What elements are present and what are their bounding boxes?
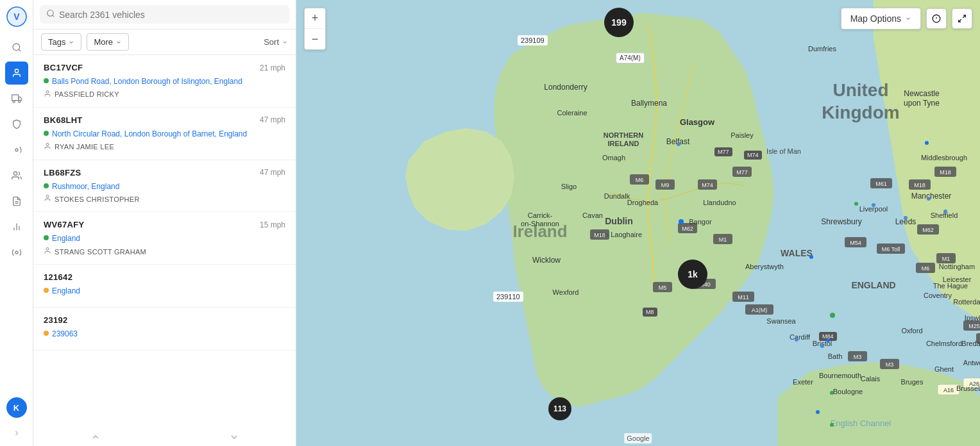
svg-text:M62: M62 — [922, 227, 934, 233]
svg-point-21 — [46, 195, 49, 198]
search-input-wrap[interactable] — [40, 5, 289, 24]
svg-text:M18: M18 — [914, 182, 925, 188]
vehicle-item[interactable]: BK68LHT 47 mph North Circular Road, Lond… — [33, 108, 296, 160]
vehicle-reg: 121642 — [44, 272, 72, 282]
svg-text:Bruges: Bruges — [901, 378, 924, 386]
vehicle-speed: 47 mph — [260, 168, 285, 177]
svg-text:Middlesbrough: Middlesbrough — [921, 154, 967, 161]
svg-text:A16: A16 — [943, 387, 954, 393]
svg-text:M61: M61 — [875, 181, 887, 187]
vehicle-header: BK68LHT 47 mph — [44, 115, 285, 125]
map-cluster-1k[interactable]: 1k — [678, 260, 707, 289]
map-label-m74: M74 — [744, 151, 762, 160]
zoom-out-button[interactable]: − — [305, 29, 325, 49]
svg-text:Boulogne: Boulogne — [833, 388, 863, 395]
svg-text:Newcastle: Newcastle — [904, 89, 940, 98]
zoom-in-button[interactable]: + — [305, 8, 325, 29]
more-filter-button[interactable]: More — [87, 33, 129, 51]
map-cluster-199[interactable]: 199 — [604, 8, 634, 37]
driver-name: STRANG SCOTT GRAHAM — [55, 248, 146, 256]
sidebar-shield-button[interactable] — [5, 113, 28, 136]
svg-point-10 — [13, 172, 17, 175]
map-cluster-113[interactable]: 113 — [548, 397, 571, 420]
sidebar-reports-button[interactable] — [5, 190, 28, 213]
sidebar-settings-button[interactable] — [5, 241, 28, 264]
svg-line-143 — [963, 15, 965, 18]
svg-text:Ireland: Ireland — [512, 222, 567, 241]
svg-point-19 — [46, 90, 49, 93]
vehicle-item[interactable]: 121642 England — [33, 265, 296, 308]
vehicle-dot[interactable] — [830, 313, 835, 318]
map-options-label: Map Options — [850, 13, 901, 24]
svg-text:Drogheda: Drogheda — [627, 199, 659, 206]
svg-line-18 — [53, 15, 55, 17]
vehicle-dot[interactable] — [816, 410, 820, 414]
svg-text:M25: M25 — [968, 323, 980, 329]
map-options-button[interactable]: Map Options — [841, 8, 921, 29]
vehicle-dot[interactable] — [925, 141, 929, 145]
zoom-controls: + − — [304, 8, 326, 50]
map-fullscreen-button[interactable] — [952, 8, 972, 29]
sidebar-search-button[interactable] — [5, 36, 28, 59]
location-text: 239063 — [52, 329, 78, 340]
driver-name: PASSFIELD RICKY — [55, 90, 119, 98]
location-dot — [44, 331, 49, 336]
vehicle-item[interactable]: WV67AFY 15 mph England STRANG SCOTT GRAH… — [33, 212, 296, 265]
more-chevron-icon — [115, 39, 122, 45]
vehicle-location: North Circular Road, London Borough of B… — [44, 129, 285, 140]
vehicle-dot[interactable] — [854, 202, 858, 206]
svg-text:V: V — [13, 12, 20, 22]
vehicle-location: Balls Pond Road, London Borough of Islin… — [44, 76, 285, 87]
vehicle-dot[interactable] — [826, 338, 830, 342]
location-text: North Circular Road, London Borough of B… — [52, 129, 247, 140]
location-text: Balls Pond Road, London Borough of Islin… — [52, 76, 242, 87]
vehicle-location: England — [44, 286, 285, 297]
svg-text:Wexford: Wexford — [553, 288, 579, 296]
app-logo[interactable]: V — [5, 5, 28, 28]
svg-line-144 — [959, 19, 961, 22]
vehicle-dot[interactable] — [830, 391, 834, 395]
map-background[interactable]: M6 M62 M1 M5 M40 M11 A1(M) Glasgow Paisl… — [296, 0, 980, 446]
map-svg: M6 M62 M1 M5 M40 M11 A1(M) Glasgow Paisl… — [296, 0, 980, 446]
sort-button[interactable]: Sort — [264, 37, 288, 47]
tags-chevron-icon — [68, 39, 74, 45]
driver-icon — [44, 247, 51, 256]
vehicle-reg: BK68LHT — [44, 115, 83, 125]
svg-text:Glasgow: Glasgow — [680, 117, 715, 127]
sidebar-group-button[interactable] — [5, 164, 28, 187]
driver-icon — [44, 194, 51, 204]
svg-text:M18: M18 — [940, 169, 951, 176]
svg-line-3 — [19, 49, 21, 51]
sidebar-people-button[interactable] — [5, 62, 28, 85]
vehicle-dot[interactable] — [809, 255, 813, 259]
vehicle-item[interactable]: LB68FZS 47 mph Rushmoor, England STOKES … — [33, 160, 296, 213]
svg-text:M6 Toll: M6 Toll — [882, 246, 900, 252]
vehicle-item[interactable]: BC17VCF 21 mph Balls Pond Road, London B… — [33, 55, 296, 108]
sidebar-tools-button[interactable] — [5, 138, 28, 161]
svg-point-22 — [46, 248, 49, 251]
map-label-m8: M8 — [643, 308, 657, 317]
svg-text:Llandudno: Llandudno — [703, 199, 736, 206]
user-avatar[interactable]: K — [6, 397, 27, 418]
svg-text:M3: M3 — [886, 361, 894, 368]
svg-text:Antwerp: Antwerp — [963, 359, 980, 367]
vehicle-header: 121642 — [44, 272, 285, 282]
svg-text:M5: M5 — [659, 285, 667, 291]
svg-text:M11: M11 — [738, 294, 749, 301]
search-input[interactable] — [59, 10, 283, 20]
vehicle-item[interactable]: 23192 239063 — [33, 308, 296, 351]
svg-point-90 — [820, 344, 824, 348]
vehicle-dot[interactable] — [679, 219, 684, 224]
sidebar-vehicles-button[interactable] — [5, 87, 28, 110]
vehicle-reg: 23192 — [44, 315, 68, 325]
sidebar-expand-button[interactable] — [5, 425, 28, 441]
sidebar-chart-button[interactable] — [5, 215, 28, 238]
tags-filter-button[interactable]: Tags — [41, 33, 81, 51]
location-dot — [44, 183, 49, 188]
vehicle-dot[interactable] — [830, 423, 834, 427]
svg-text:upon Tyne: upon Tyne — [904, 99, 940, 108]
driver-name: STOKES CHRISTOPHER — [55, 195, 140, 203]
vehicle-driver: RYAN JAMIE LEE — [44, 142, 285, 152]
map-info-button[interactable] — [926, 8, 947, 29]
svg-point-84 — [904, 216, 908, 220]
